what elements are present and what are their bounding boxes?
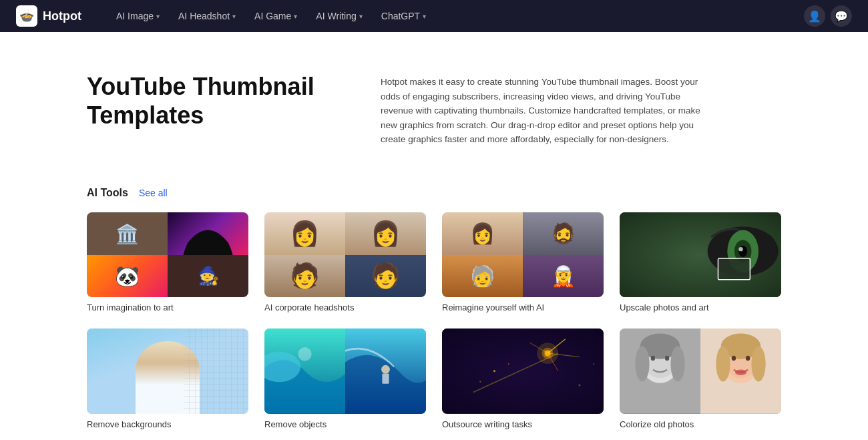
spark-svg [442,328,604,413]
art-cell-3 [87,255,168,298]
tool-label-headshots: AI corporate headshots [264,302,426,312]
wave-cell-2 [345,328,426,413]
reimagine-cell-1 [442,212,523,255]
bg-remove-image [87,328,248,413]
svg-point-33 [635,347,649,382]
nav-item-ai-writing[interactable]: AI Writing ▾ [308,7,370,25]
svg-rect-7 [719,259,750,279]
headshot-cell-4 [345,255,426,298]
headshot-cell-2 [345,212,426,255]
svg-point-26 [479,381,481,383]
navbar: 🍲 Hotpot AI Image ▾ AI Headshot ▾ AI Gam… [0,0,868,32]
tools-grid-row1: Turn imagination to art AI corporate hea… [87,212,781,312]
reimagine-cell-4 [523,255,604,298]
nav-item-chatgpt[interactable]: ChatGPT ▾ [373,7,434,25]
art-cell-1 [87,212,168,255]
tools-grid-row2: Remove backgrounds [87,328,781,429]
color-face-svg [700,328,781,413]
reimagine-composite-image [442,212,604,297]
upscale-image [620,212,781,297]
svg-point-43 [732,356,736,361]
svg-point-45 [735,370,746,375]
page-title: YouTube Thumbnail Templates [87,72,327,130]
svg-rect-14 [442,328,604,413]
nav-items: AI Image ▾ AI Headshot ▾ AI Game ▾ AI Wr… [108,7,799,25]
ai-tools-header: AI Tools See all [87,187,781,199]
svg-point-34 [670,347,684,382]
svg-point-44 [746,356,750,361]
tool-label-obj-remove: Remove objects [264,419,426,429]
reimagine-cell-3 [442,255,523,298]
tool-image-obj-remove [264,328,426,413]
user-icon: 👤 [808,10,821,23]
art-composite-image [87,212,248,297]
brand-name: Hotpot [43,9,81,23]
art-cell-4 [168,255,248,298]
tool-image-headshots [264,212,426,297]
bw-colorize-image [620,328,781,413]
tool-label-imagination: Turn imagination to art [87,302,248,312]
chat-icon-button[interactable]: 💬 [831,5,852,27]
wave-svg-1 [264,328,345,413]
sparkle-image [442,328,604,413]
tool-label-bg-remove: Remove backgrounds [87,419,248,429]
tool-image-bg-remove [87,328,248,413]
tool-card-upscale[interactable]: Upscale photos and art [620,212,781,312]
tool-card-bg-remove[interactable]: Remove backgrounds [87,328,248,429]
tool-image-imagination [87,212,248,297]
tool-image-writing [442,328,604,413]
headshot-cell-1 [264,212,345,255]
tool-image-upscale [620,212,781,297]
tool-card-imagination[interactable]: Turn imagination to art [87,212,248,312]
tool-image-reimagine [442,212,604,297]
hero-section: YouTube Thumbnail Templates Hotpot makes… [87,72,781,147]
eye-svg [620,212,781,297]
svg-point-36 [665,356,669,361]
svg-point-5 [738,247,742,251]
headshot-composite-image [264,212,426,297]
tool-card-headshots[interactable]: AI corporate headshots [264,212,426,312]
tool-image-colorize [620,328,781,413]
reimagine-cell-2 [523,212,604,255]
tool-label-upscale: Upscale photos and art [620,302,781,312]
chevron-down-icon: ▾ [423,13,426,20]
svg-point-41 [716,347,730,382]
chevron-down-icon: ▾ [359,13,363,20]
main-content: YouTube Thumbnail Templates Hotpot makes… [33,32,835,440]
nav-right: 👤 💬 [804,5,852,27]
tool-card-colorize[interactable]: Colorize old photos [620,328,781,429]
tool-card-writing[interactable]: Outsource writing tasks [442,328,604,429]
bw-face-svg [620,328,700,413]
wave-svg-2 [345,328,426,413]
nav-item-ai-game[interactable]: AI Game ▾ [246,7,305,25]
chevron-down-icon: ▾ [156,13,160,20]
wave-cell-1 [264,328,345,413]
tool-card-obj-remove[interactable]: Remove objects [264,328,426,429]
svg-point-25 [508,363,509,365]
hotpot-logo-icon: 🍲 [16,5,37,27]
ai-tools-title: AI Tools [87,187,128,199]
svg-point-24 [493,370,495,372]
svg-point-27 [578,385,580,387]
tool-card-reimagine[interactable]: Reimagine yourself with AI [442,212,604,312]
user-icon-button[interactable]: 👤 [804,5,825,27]
nav-item-ai-image[interactable]: AI Image ▾ [108,7,168,25]
hero-description: Hotpot makes it easy to create stunning … [381,72,701,147]
art-cell-2 [168,212,248,255]
chat-icon: 💬 [835,10,848,23]
see-all-link[interactable]: See all [139,188,168,198]
nav-item-ai-headshot[interactable]: AI Headshot ▾ [170,7,244,25]
svg-point-12 [381,365,390,374]
tool-label-writing: Outsource writing tasks [442,419,604,429]
tool-label-reimagine: Reimagine yourself with AI [442,302,604,312]
chevron-down-icon: ▾ [294,13,297,20]
brand[interactable]: 🍲 Hotpot [16,5,81,27]
svg-point-10 [298,347,311,361]
bw-cell-2 [700,328,781,413]
svg-rect-13 [382,374,389,384]
checkerboard-bg [184,328,248,413]
wave-split-image [264,328,426,413]
bw-cell-1 [620,328,700,413]
tool-label-colorize: Colorize old photos [620,419,781,429]
headshot-cell-3 [264,255,345,298]
